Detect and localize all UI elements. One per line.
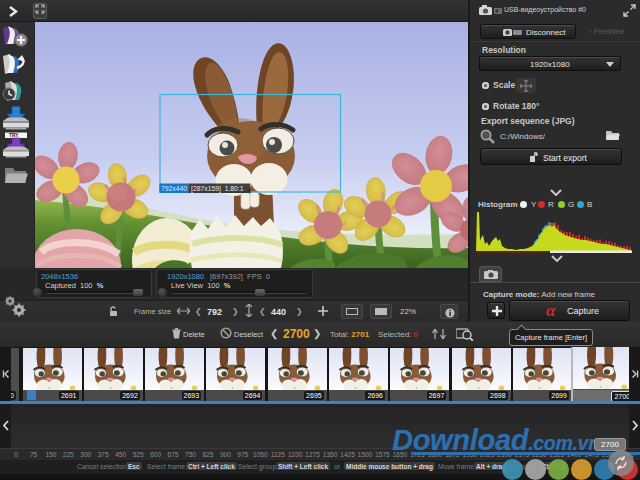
svg-text:TRY: TRY xyxy=(9,133,19,138)
svg-text:792x440: 792x440 xyxy=(161,185,187,192)
svg-text:[287x159] 1.80:1: [287x159] 1.80:1 xyxy=(191,185,244,193)
